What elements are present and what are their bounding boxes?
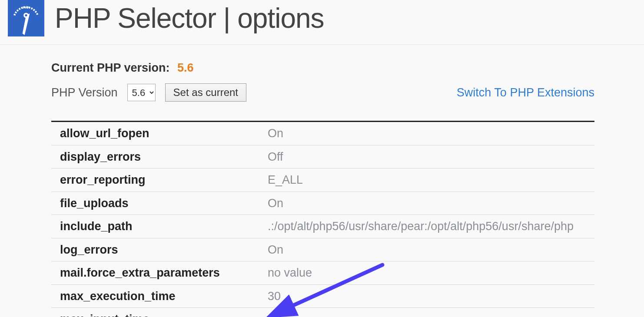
page-title: PHP Selector | options [55, 4, 324, 32]
svg-text:PHP: PHP [23, 6, 30, 10]
table-row: allow_url_fopen On [51, 122, 594, 145]
current-version-label: Current PHP version: [51, 61, 170, 74]
option-value[interactable]: .:/opt/alt/php56/usr/share/pear:/opt/alt… [259, 215, 594, 238]
option-name: max_execution_time [51, 284, 259, 308]
option-value[interactable]: Off [259, 145, 594, 168]
table-row: display_errors Off [51, 145, 594, 168]
option-name: include_path [51, 215, 259, 238]
options-table: allow_url_fopen On display_errors Off er… [51, 121, 594, 317]
option-name: error_reporting [51, 168, 259, 192]
option-value[interactable]: On [259, 238, 594, 261]
table-row: include_path .:/opt/alt/php56/usr/share/… [51, 215, 594, 238]
option-value[interactable]: no value [259, 261, 594, 285]
option-name: max_input_time [51, 308, 259, 317]
option-value[interactable]: 30 [259, 284, 594, 308]
option-name: display_errors [51, 145, 259, 168]
current-version-value: 5.6 [177, 61, 194, 74]
page-header: PHP PHP Selector | options [0, 0, 644, 45]
version-select[interactable]: 5.6 [127, 84, 156, 101]
option-value[interactable]: -1 [259, 308, 594, 317]
table-row: file_uploads On [51, 192, 594, 215]
option-name: mail.force_extra_parameters [51, 261, 259, 285]
version-selector-row: PHP Version 5.6 Set as current Switch To… [51, 83, 594, 102]
option-value[interactable]: On [259, 122, 594, 145]
option-value[interactable]: E_ALL [259, 168, 594, 192]
option-name: allow_url_fopen [51, 122, 259, 145]
table-row: max_input_time -1 [51, 308, 594, 317]
table-row: mail.force_extra_parameters no value [51, 261, 594, 285]
version-selector-label: PHP Version [51, 86, 118, 99]
table-row: error_reporting E_ALL [51, 168, 594, 192]
content: Current PHP version: 5.6 PHP Version 5.6… [51, 61, 594, 317]
switch-to-extensions-link[interactable]: Switch To PHP Extensions [457, 86, 594, 99]
option-value[interactable]: On [259, 192, 594, 215]
svg-point-4 [25, 14, 27, 17]
option-name: log_errors [51, 238, 259, 261]
php-selector-icon: PHP [8, 0, 44, 36]
current-version-row: Current PHP version: 5.6 [51, 61, 594, 75]
set-as-current-button[interactable]: Set as current [165, 83, 246, 102]
option-name: file_uploads [51, 192, 259, 215]
table-row: max_execution_time 30 [51, 284, 594, 308]
table-row: log_errors On [51, 238, 594, 261]
